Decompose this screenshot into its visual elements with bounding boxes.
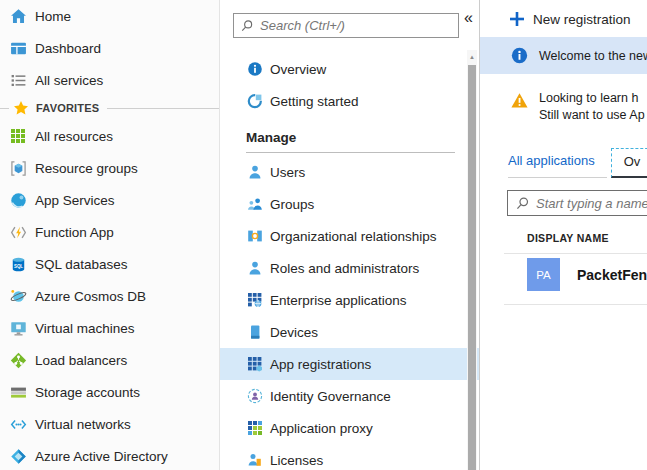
home-icon (9, 7, 27, 25)
sidebar-item-label: Virtual networks (35, 417, 131, 432)
app-services-icon (9, 191, 27, 209)
all-resources-icon (9, 127, 27, 145)
sidebar-item-resource-groups[interactable]: Resource groups (0, 152, 219, 184)
sidebar-item-label: SQL databases (35, 257, 128, 272)
sidebar-item-label: Storage accounts (35, 385, 140, 400)
sidebar-item-label: Azure Active Directory (35, 449, 168, 464)
new-registration-label: New registration (533, 12, 631, 27)
blade-menu-scrollbar[interactable]: ▲ (467, 50, 477, 470)
blade-item-licenses[interactable]: Licenses (220, 444, 479, 470)
application-name-link[interactable]: PacketFence (577, 267, 647, 283)
blade-item-label: Overview (270, 62, 326, 77)
sidebar-item-virtual-networks[interactable]: Virtual networks (0, 408, 219, 440)
sidebar-favorites-section: FAVORITES (0, 96, 219, 120)
blade-item-roles-and-administrators[interactable]: Roles and administrators (220, 252, 479, 284)
blade-item-label: Devices (270, 325, 318, 340)
sidebar-item-all-resources[interactable]: All resources (0, 120, 219, 152)
blade-item-identity-governance[interactable]: Identity Governance (220, 380, 479, 412)
tab-owned-applications[interactable]: Ov (611, 148, 647, 178)
azure-portal: Home Dashboard All services FAVORITES (0, 0, 647, 470)
sidebar-item-virtual-machines[interactable]: Virtual machines (0, 312, 219, 344)
all-services-icon (9, 71, 27, 89)
star-icon (13, 100, 29, 116)
blade-item-label: Application proxy (270, 421, 373, 436)
sidebar-item-load-balancers[interactable]: Load balancers (0, 344, 219, 376)
sidebar-item-dashboard[interactable]: Dashboard (0, 32, 219, 64)
blade-item-app-registrations[interactable]: App registrations (220, 348, 479, 380)
blade-item-label: Enterprise applications (270, 293, 407, 308)
sidebar-item-azure-active-directory[interactable]: Azure Active Directory (0, 440, 219, 470)
overview-icon (246, 61, 263, 78)
collapse-panel-button[interactable]: « (464, 10, 473, 26)
sidebar-item-label: App Services (35, 193, 115, 208)
blade-item-devices[interactable]: Devices (220, 316, 479, 348)
sidebar-item-sql-databases[interactable]: SQL SQL databases (0, 248, 219, 280)
divider (0, 108, 9, 109)
blade-item-application-proxy[interactable]: Application proxy (220, 412, 479, 444)
legacy-warning: Looking to learn h Still want to use Ap (511, 90, 647, 124)
resource-groups-icon (9, 159, 27, 177)
portal-sidebar: Home Dashboard All services FAVORITES (0, 0, 220, 470)
sidebar-item-label: All services (35, 73, 103, 88)
roles-administrators-icon (246, 260, 263, 277)
enterprise-applications-icon (246, 292, 263, 309)
function-app-icon (9, 223, 27, 241)
search-icon (515, 196, 530, 211)
licenses-icon (246, 452, 263, 469)
blade-search-input[interactable] (260, 18, 452, 33)
tab-all-applications[interactable]: All applications (508, 148, 607, 178)
blade-item-label: Getting started (270, 94, 359, 109)
sidebar-item-storage-accounts[interactable]: Storage accounts (0, 376, 219, 408)
organizational-relationships-icon (246, 228, 263, 245)
divider (504, 304, 647, 305)
new-registration-button[interactable]: New registration (509, 11, 647, 27)
blade-item-organizational-relationships[interactable]: Organizational relationships (220, 220, 479, 252)
sidebar-item-function-app[interactable]: Function App (0, 216, 219, 248)
sidebar-item-azure-cosmos-db[interactable]: Azure Cosmos DB (0, 280, 219, 312)
sidebar-item-label: Azure Cosmos DB (35, 289, 146, 304)
favorites-label: FAVORITES (36, 102, 99, 114)
blade-item-enterprise-applications[interactable]: Enterprise applications (220, 284, 479, 316)
sidebar-item-all-services[interactable]: All services (0, 64, 219, 96)
warning-icon (511, 92, 528, 109)
getting-started-icon (246, 93, 263, 110)
applications-search-input[interactable] (536, 196, 647, 211)
blade-item-overview[interactable]: Overview (220, 53, 479, 85)
applications-search-box[interactable] (507, 190, 647, 216)
devices-icon (246, 324, 263, 341)
blade-item-label: Groups (270, 197, 314, 212)
blade-item-label: App registrations (270, 357, 371, 372)
svg-text:SQL: SQL (13, 264, 22, 269)
groups-icon (246, 196, 263, 213)
applications-tabs: All applications Ov (508, 148, 647, 178)
application-row[interactable]: PA PacketFence (480, 254, 647, 295)
manage-label: Manage (246, 130, 296, 145)
info-icon (511, 47, 528, 64)
legacy-warning-text: Looking to learn h Still want to use Ap (539, 90, 645, 124)
blade-item-label: Organizational relationships (270, 229, 437, 244)
welcome-banner[interactable]: Welcome to the new (480, 37, 647, 74)
app-registrations-icon (246, 356, 263, 373)
warning-line-1: Looking to learn h (539, 90, 645, 107)
dashboard-icon (9, 39, 27, 57)
app-registrations-blade: New registration Welcome to the new Look… (480, 0, 647, 470)
blade-item-label: Identity Governance (270, 389, 391, 404)
sidebar-item-app-services[interactable]: App Services (0, 184, 219, 216)
divider (107, 108, 219, 109)
scrollbar-up-arrow-icon[interactable]: ▲ (467, 50, 477, 64)
blade-search-box[interactable] (233, 13, 459, 38)
scrollbar-thumb[interactable] (468, 65, 476, 470)
manage-section-header: Manage (220, 117, 479, 156)
sql-databases-icon: SQL (9, 255, 27, 273)
virtual-machines-icon (9, 319, 27, 337)
storage-accounts-icon (9, 383, 27, 401)
sidebar-item-label: Resource groups (35, 161, 138, 176)
blade-item-getting-started[interactable]: Getting started (220, 85, 479, 117)
sidebar-item-label: All resources (35, 129, 113, 144)
blade-item-users[interactable]: Users (220, 156, 479, 188)
sidebar-item-home[interactable]: Home (0, 0, 219, 32)
application-proxy-icon (246, 420, 263, 437)
blade-item-label: Roles and administrators (270, 261, 419, 276)
blade-item-groups[interactable]: Groups (220, 188, 479, 220)
sidebar-item-label: Function App (35, 225, 114, 240)
